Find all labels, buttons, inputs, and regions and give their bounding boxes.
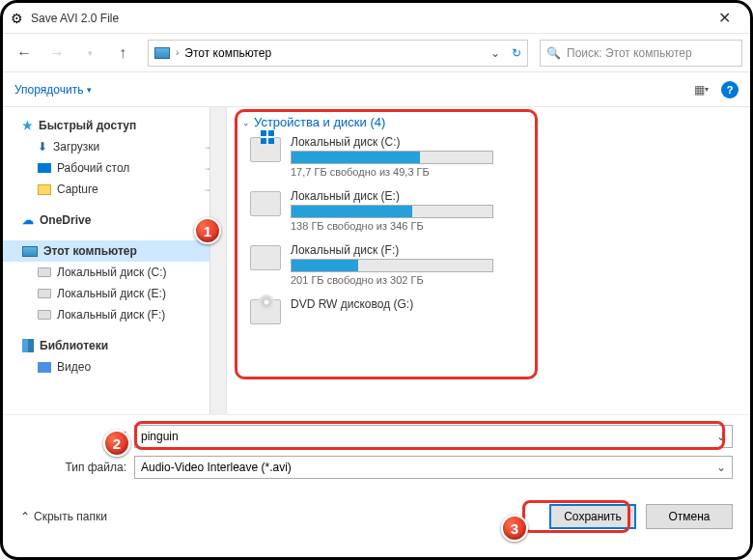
- forward-button[interactable]: →: [43, 40, 70, 67]
- section-header[interactable]: ⌄ Устройства и диски (4): [242, 115, 735, 129]
- drive-name: Локальный диск (E:): [291, 189, 493, 203]
- back-button[interactable]: ←: [11, 40, 38, 67]
- drive-name: Локальный диск (F:): [291, 243, 493, 257]
- save-button[interactable]: Сохранить: [549, 504, 636, 529]
- sidebar-item-libraries[interactable]: Библиотеки: [3, 335, 226, 356]
- pc-icon: [154, 47, 170, 59]
- footer: ⌃Скрыть папки Сохранить Отмена: [3, 496, 750, 541]
- sidebar-item-disk-f[interactable]: Локальный диск (F:): [3, 304, 226, 325]
- sidebar-item-desktop[interactable]: Рабочий стол📌: [3, 157, 226, 179]
- chevron-up-icon: ⌃: [20, 510, 30, 523]
- app-icon: ⚙: [11, 11, 23, 26]
- drive-f[interactable]: Локальный диск (F:) 201 ГБ свободно из 3…: [242, 243, 735, 286]
- star-icon: ★: [22, 119, 33, 132]
- titlebar: ⚙ Save AVI 2.0 File ✕: [3, 3, 750, 34]
- filetype-label: Тип файла:: [20, 461, 126, 474]
- video-icon: [38, 362, 51, 373]
- disk-icon: [38, 267, 51, 277]
- toolbar: Упорядочить ▾ ▦ ▾ ?: [3, 72, 750, 107]
- disk-icon: [38, 289, 51, 298]
- sidebar-item-onedrive[interactable]: ☁OneDrive: [3, 210, 226, 231]
- view-options-button[interactable]: ▦ ▾: [690, 81, 711, 98]
- organize-button[interactable]: Упорядочить ▾: [14, 83, 92, 97]
- dvd-icon: [250, 299, 281, 324]
- content-pane: ⌄ Устройства и диски (4) Локальный диск …: [227, 107, 750, 414]
- drive-name: Локальный диск (C:): [291, 135, 493, 149]
- chevron-down-icon: ⌄: [242, 118, 250, 127]
- breadcrumb[interactable]: Этот компьютер: [184, 46, 271, 60]
- address-bar[interactable]: › Этот компьютер ⌄ ↻: [148, 40, 528, 67]
- drive-usage-bar: [291, 151, 493, 164]
- drive-usage-bar: [291, 205, 493, 218]
- sidebar-item-quick-access[interactable]: ★Быстрый доступ: [3, 115, 226, 136]
- scrollbar-thumb[interactable]: [212, 113, 224, 144]
- dropdown-icon[interactable]: ⌄: [716, 461, 726, 474]
- pin-icon: 📌: [205, 160, 220, 176]
- address-dropdown-icon[interactable]: ⌄: [490, 46, 500, 60]
- annotation-marker-2: 2: [103, 430, 130, 457]
- sidebar-item-video[interactable]: Видео: [3, 356, 226, 378]
- drive-free-text: 17,7 ГБ свободно из 49,3 ГБ: [291, 166, 493, 178]
- libraries-icon: [22, 339, 34, 352]
- drive-free-text: 201 ГБ свободно из 302 ГБ: [291, 274, 493, 286]
- chevron-icon: ›: [176, 47, 179, 58]
- search-icon: 🔍: [546, 46, 561, 60]
- annotation-marker-3: 3: [501, 515, 528, 542]
- downloads-icon: ⬇: [38, 140, 47, 154]
- sidebar: ★Быстрый доступ ⬇Загрузки📌 Рабочий стол📌…: [3, 107, 227, 414]
- drive-icon: [250, 191, 281, 216]
- close-button[interactable]: ✕: [707, 9, 742, 27]
- filename-input[interactable]: pinguin⌄: [134, 425, 733, 448]
- save-dialog: ⚙ Save AVI 2.0 File ✕ ← → ▾ ↑ › Этот ком…: [0, 0, 753, 560]
- search-placeholder: Поиск: Этот компьютер: [567, 46, 692, 60]
- drive-name: DVD RW дисковод (G:): [291, 297, 493, 311]
- drive-icon: [250, 137, 281, 162]
- drive-c[interactable]: Локальный диск (C:) 17,7 ГБ свободно из …: [242, 135, 735, 178]
- window-title: Save AVI 2.0 File: [31, 12, 119, 25]
- help-button[interactable]: ?: [721, 81, 739, 98]
- cloud-icon: ☁: [22, 213, 34, 227]
- hide-folders-toggle[interactable]: ⌃Скрыть папки: [20, 510, 107, 523]
- drive-icon: [250, 245, 281, 270]
- dropdown-icon[interactable]: ⌄: [716, 430, 726, 443]
- desktop-icon: [38, 163, 51, 173]
- filetype-select[interactable]: Audio-Video Interleave (*.avi)⌄: [134, 456, 733, 479]
- pc-icon: [22, 246, 38, 257]
- folder-icon: [38, 184, 51, 195]
- chevron-down-icon: ▾: [87, 85, 92, 95]
- sidebar-item-capture[interactable]: Capture📌: [3, 179, 226, 200]
- navbar: ← → ▾ ↑ › Этот компьютер ⌄ ↻ 🔍 Поиск: Эт…: [3, 34, 750, 72]
- sidebar-item-downloads[interactable]: ⬇Загрузки📌: [3, 136, 226, 157]
- drive-free-text: 138 ГБ свободно из 346 ГБ: [291, 220, 493, 232]
- sidebar-item-this-pc[interactable]: Этот компьютер: [3, 240, 226, 262]
- pin-icon: 📌: [205, 182, 220, 197]
- refresh-button[interactable]: ↻: [512, 46, 521, 60]
- pin-icon: 📌: [205, 139, 220, 154]
- search-input[interactable]: 🔍 Поиск: Этот компьютер: [540, 40, 742, 67]
- drive-e[interactable]: Локальный диск (E:) 138 ГБ свободно из 3…: [242, 189, 735, 232]
- cancel-button[interactable]: Отмена: [646, 504, 733, 529]
- disk-icon: [38, 310, 51, 320]
- annotation-marker-1: 1: [194, 217, 221, 244]
- up-button[interactable]: ↑: [109, 40, 136, 67]
- sidebar-item-disk-e[interactable]: Локальный диск (E:): [3, 283, 226, 304]
- recent-dropdown[interactable]: ▾: [76, 40, 103, 67]
- drive-usage-bar: [291, 259, 493, 272]
- drive-dvd[interactable]: DVD RW дисковод (G:): [242, 297, 735, 324]
- sidebar-item-disk-c[interactable]: Локальный диск (C:): [3, 262, 226, 283]
